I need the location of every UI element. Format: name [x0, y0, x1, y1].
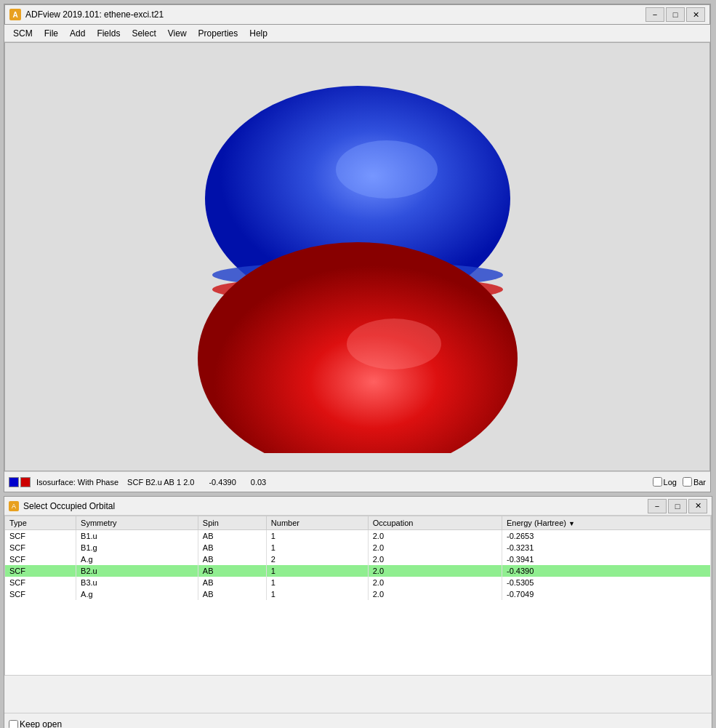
panel-title-left: A Select Occupied Orbital — [9, 501, 115, 511]
blue-highlight — [336, 140, 438, 199]
cell-number: 1 — [266, 588, 368, 600]
cell-symmetry: A.g — [76, 553, 198, 565]
cell-type: SCF — [5, 588, 76, 600]
orbital-table-container[interactable]: Type Symmetry Spin Number Occupation Ene… — [4, 516, 712, 676]
panel-maximize-button[interactable]: □ — [668, 499, 687, 513]
app-icon: A — [9, 9, 21, 20]
table-row[interactable]: SCFB3.uAB12.0-0.5305 — [5, 577, 711, 588]
cell-type: SCF — [5, 542, 76, 553]
table-row[interactable]: SCFB2.uAB12.0-0.4390 — [5, 565, 711, 577]
cell-energy: -0.3941 — [502, 553, 711, 565]
isosurface-label: Isosurface: With Phase — [36, 478, 118, 487]
bar-checkbox-label[interactable]: Bar — [683, 477, 706, 487]
cell-number: 1 — [266, 577, 368, 588]
cell-spin: AB — [198, 588, 266, 600]
keep-open-label[interactable]: Keep open — [9, 719, 62, 728]
window-title: ADFview 2019.101: ethene-exci.t21 — [25, 9, 164, 20]
cell-symmetry: A.g — [76, 588, 198, 600]
table-row[interactable]: SCFB1.uAB12.0-0.2653 — [5, 530, 711, 543]
menu-file[interactable]: File — [39, 27, 64, 40]
keep-open-checkbox[interactable] — [9, 720, 18, 729]
bar-label: Bar — [693, 478, 706, 487]
cell-energy: -0.2653 — [502, 530, 711, 543]
col-symmetry[interactable]: Symmetry — [76, 516, 198, 530]
energy-display: -0.4390 — [209, 478, 236, 487]
window-controls: − □ ✕ — [645, 7, 705, 22]
red-phase-square — [20, 477, 31, 487]
orbital-table: Type Symmetry Spin Number Occupation Ene… — [5, 516, 711, 600]
cell-spin: AB — [198, 553, 266, 565]
cell-type: SCF — [5, 565, 76, 577]
cell-number: 1 — [266, 565, 368, 577]
title-bar-left: A ADFview 2019.101: ethene-exci.t21 — [9, 9, 164, 20]
bar-checkbox[interactable] — [683, 477, 692, 487]
col-energy[interactable]: Energy (Hartree) ▼ — [502, 516, 711, 530]
cell-type: SCF — [5, 530, 76, 543]
log-label: Log — [664, 478, 677, 487]
cell-occupation: 2.0 — [368, 542, 502, 553]
close-button[interactable]: ✕ — [686, 7, 705, 22]
menu-properties[interactable]: Properties — [193, 27, 244, 40]
col-number[interactable]: Number — [266, 516, 368, 530]
cell-occupation: 2.0 — [368, 565, 502, 577]
cell-type: SCF — [5, 577, 76, 588]
keep-open-text: Keep open — [20, 719, 62, 728]
orbital-name-label: SCF B2.u AB 1 2.0 — [127, 478, 194, 487]
cell-symmetry: B1.g — [76, 542, 198, 553]
maximize-button[interactable]: □ — [666, 7, 685, 22]
panel-title-bar: A Select Occupied Orbital − □ ✕ — [4, 497, 712, 516]
viewport-3d[interactable] — [4, 42, 710, 471]
orbital-table-body: SCFB1.uAB12.0-0.2653SCFB1.gAB12.0-0.3231… — [5, 530, 711, 601]
panel-minimize-button[interactable]: − — [648, 499, 667, 513]
col-spin[interactable]: Spin — [198, 516, 266, 530]
panel-title: Select Occupied Orbital — [23, 501, 115, 511]
menu-view[interactable]: View — [162, 27, 193, 40]
orbital-svg — [110, 60, 605, 453]
cell-number: 1 — [266, 530, 368, 543]
cell-type: SCF — [5, 553, 76, 565]
panel-close-button[interactable]: ✕ — [688, 499, 707, 513]
menu-select[interactable]: Select — [126, 27, 161, 40]
col-occupation[interactable]: Occupation — [368, 516, 502, 530]
cell-spin: AB — [198, 542, 266, 553]
cell-spin: AB — [198, 565, 266, 577]
cell-energy: -0.3231 — [502, 542, 711, 553]
main-window: A ADFview 2019.101: ethene-exci.t21 − □ … — [4, 4, 711, 492]
status-bar: Isosurface: With Phase SCF B2.u AB 1 2.0… — [4, 471, 710, 492]
menu-scm[interactable]: SCM — [7, 27, 39, 40]
cell-symmetry: B3.u — [76, 577, 198, 588]
table-row[interactable]: SCFA.gAB22.0-0.3941 — [5, 553, 711, 565]
log-checkbox-label[interactable]: Log — [653, 477, 677, 487]
menu-help[interactable]: Help — [244, 27, 273, 40]
panel-footer: Keep open — [4, 713, 712, 728]
phase-legend — [9, 477, 31, 487]
panel-controls: − □ ✕ — [648, 499, 707, 513]
cell-spin: AB — [198, 577, 266, 588]
menu-fields[interactable]: Fields — [91, 27, 126, 40]
cell-occupation: 2.0 — [368, 553, 502, 565]
col-type[interactable]: Type — [5, 516, 76, 530]
table-header-row: Type Symmetry Spin Number Occupation Ene… — [5, 516, 711, 530]
orbital-visualization — [5, 43, 709, 471]
panel-app-icon: A — [9, 501, 19, 511]
orbital-selector-panel: A Select Occupied Orbital − □ ✕ Type Sym… — [4, 496, 712, 728]
table-row[interactable]: SCFA.gAB12.0-0.7049 — [5, 588, 711, 600]
cell-energy: -0.4390 — [502, 565, 711, 577]
cell-symmetry: B1.u — [76, 530, 198, 543]
cell-spin: AB — [198, 530, 266, 543]
menu-add[interactable]: Add — [64, 27, 91, 40]
menu-bar: SCM File Add Fields Select View Properti… — [4, 25, 710, 42]
log-checkbox[interactable] — [653, 477, 662, 487]
status-text: Isosurface: With Phase SCF B2.u AB 1 2.0… — [36, 478, 647, 487]
iso-value-display: 0.03 — [251, 478, 266, 487]
cell-number: 1 — [266, 542, 368, 553]
status-right: Log Bar — [653, 477, 706, 487]
minimize-button[interactable]: − — [645, 7, 664, 22]
table-row[interactable]: SCFB1.gAB12.0-0.3231 — [5, 542, 711, 553]
cell-energy: -0.7049 — [502, 588, 711, 600]
cell-occupation: 2.0 — [368, 577, 502, 588]
blue-phase-square — [9, 477, 19, 487]
red-highlight — [347, 319, 441, 369]
cell-symmetry: B2.u — [76, 565, 198, 577]
cell-occupation: 2.0 — [368, 530, 502, 543]
